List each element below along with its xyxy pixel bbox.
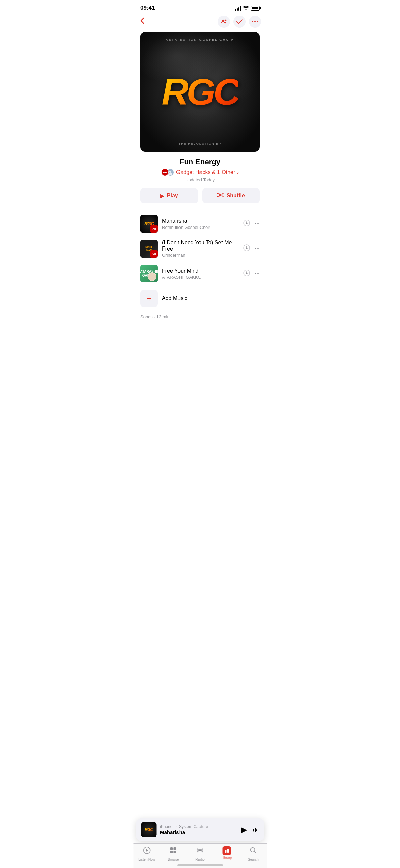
add-music-label: Add Music: [162, 295, 187, 301]
song-thumbnail: GRINDERMAN GH: [140, 240, 158, 258]
battery-icon: [251, 6, 260, 11]
collaborators-label: Gadget Hacks & 1 Other: [176, 169, 235, 175]
svg-point-3: [254, 21, 256, 22]
more-icon: [252, 19, 258, 25]
song-item[interactable]: GRINDERMAN GH (I Don't Need You To) Set …: [133, 236, 267, 261]
album-logo: RGC: [162, 70, 238, 113]
album-subtitle: THE REVOLUTION EP: [140, 142, 260, 145]
play-label: Play: [167, 193, 178, 199]
album-artist-text: RETRIBUTION GOSPEL CHOIR: [140, 38, 260, 41]
signal-icon: [235, 6, 241, 11]
svg-point-4: [257, 21, 258, 22]
download-icon[interactable]: [243, 270, 250, 278]
collaborators-chevron: ›: [237, 170, 239, 175]
shuffle-button[interactable]: Shuffle: [202, 188, 260, 203]
action-buttons: ▶ Play Shuffle: [133, 188, 267, 203]
avatar-gadget-hacks: GH: [161, 169, 169, 176]
shuffle-icon: [217, 192, 224, 199]
back-button[interactable]: [139, 16, 146, 27]
play-button[interactable]: ▶ Play: [140, 188, 198, 203]
more-icon[interactable]: ···: [255, 245, 260, 252]
playlist-collaborators[interactable]: GH Gadget Hacks & 1 Other ›: [140, 169, 260, 176]
add-music-item[interactable]: + Add Music: [133, 286, 267, 311]
download-icon[interactable]: [243, 220, 250, 228]
song-title: Maharisha: [162, 218, 239, 224]
playlist-info: Fun Energy GH Gadget Hacks & 1 Other › U…: [133, 158, 267, 182]
add-music-button[interactable]: +: [140, 290, 158, 307]
checkmark-icon: [236, 19, 243, 25]
playlist-title: Fun Energy: [140, 158, 260, 166]
status-bar: 09:41: [133, 0, 267, 14]
song-artist: Retribution Gospel Choir: [162, 225, 239, 230]
song-title: Free Your Mind: [162, 268, 239, 274]
more-icon[interactable]: ···: [255, 270, 260, 277]
songs-count: Songs · 13 min: [140, 314, 170, 319]
playlist-updated: Updated Today: [140, 177, 260, 182]
wifi-icon: [243, 5, 249, 11]
song-actions: ···: [243, 244, 260, 253]
album-art: RETRIBUTION GOSPEL CHOIR RGC THE REVOLUT…: [140, 32, 260, 152]
song-actions: ···: [243, 270, 260, 278]
song-info: Maharisha Retribution Gospel Choir: [162, 218, 239, 230]
svg-point-5: [169, 171, 171, 173]
collaborators-button[interactable]: [218, 16, 230, 28]
song-actions: ···: [243, 220, 260, 228]
main-content: RETRIBUTION GOSPEL CHOIR RGC THE REVOLUT…: [133, 32, 267, 390]
nav-actions: [218, 16, 261, 28]
song-artist: Grinderman: [162, 253, 239, 258]
song-info: Free Your Mind ATARASHII GAKKO!: [162, 268, 239, 280]
collaborator-avatars: GH: [161, 169, 174, 176]
nav-bar: [133, 14, 267, 32]
more-icon[interactable]: ···: [255, 220, 260, 228]
song-title: (I Don't Need You To) Set Me Free: [162, 240, 239, 252]
album-art-container: RETRIBUTION GOSPEL CHOIR RGC THE REVOLUT…: [133, 32, 267, 152]
play-icon: ▶: [160, 193, 164, 199]
shuffle-label: Shuffle: [227, 193, 245, 199]
add-icon: +: [146, 293, 151, 304]
song-item[interactable]: ATARASHIIGAKKO! Free Your Mind ATARASHII…: [133, 261, 267, 286]
download-icon[interactable]: [243, 244, 250, 253]
song-list: RGC GH Maharisha Retribution Gospel Choi…: [133, 212, 267, 322]
gadget-badge: GH: [150, 250, 158, 258]
gadget-badge: GH: [150, 225, 158, 233]
footer-text: Songs · 13 min: [133, 311, 267, 322]
svg-point-2: [252, 21, 253, 22]
song-thumbnail: ATARASHIIGAKKO!: [140, 265, 158, 282]
more-button[interactable]: [249, 16, 261, 28]
song-thumbnail: RGC GH: [140, 215, 158, 233]
svg-point-1: [225, 20, 226, 21]
song-info: (I Don't Need You To) Set Me Free Grinde…: [162, 240, 239, 258]
song-artist: ATARASHII GAKKO!: [162, 275, 239, 280]
people-icon: [221, 19, 227, 25]
status-icons: [235, 5, 260, 11]
checkmark-button[interactable]: [233, 16, 246, 28]
status-time: 09:41: [140, 5, 155, 12]
svg-point-0: [222, 20, 224, 22]
song-item[interactable]: RGC GH Maharisha Retribution Gospel Choi…: [133, 212, 267, 236]
